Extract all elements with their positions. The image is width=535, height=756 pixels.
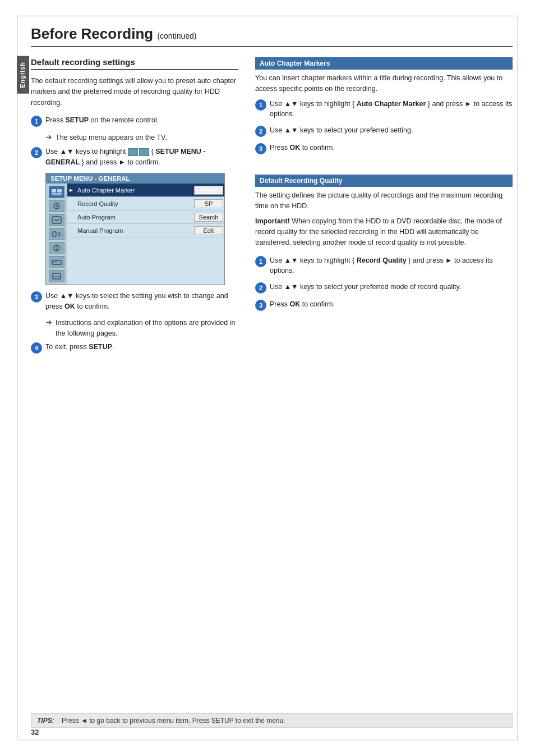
- arrow-icon-1: ➜: [45, 132, 52, 141]
- setup-menu-table: SETUP MENU - GENERAL: [45, 173, 225, 285]
- record-quality-section: Default Recording Quality The setting de…: [255, 175, 513, 311]
- rq-step-1-text: Use ▲▼ keys to highlight { Record Qualit…: [270, 255, 513, 277]
- step-2: 2 Use ▲▼ keys to highlight { SETUP MENU …: [31, 146, 238, 168]
- menu-row-auto-chapter: ► Auto Chapter Marker 5min.: [67, 184, 224, 197]
- tips-text: Press ◄ to go back to previous menu item…: [62, 717, 285, 725]
- step-1-text: Press SETUP on the remote control.: [45, 115, 238, 126]
- svg-text:$: $: [58, 231, 61, 237]
- main-content: Before Recording (continued) Default rec…: [31, 25, 513, 731]
- menu-icon-6: [49, 256, 64, 268]
- auto-step-1-text: Use ▲▼ keys to highlight { Auto Chapter …: [270, 99, 513, 120]
- tips-box: TIPS: Press ◄ to go back to previous men…: [31, 713, 513, 728]
- step-3-num: 3: [31, 291, 42, 303]
- spacer2: [255, 249, 513, 255]
- rq-step-1: 1 Use ▲▼ keys to highlight { Record Qual…: [255, 255, 513, 277]
- step-1: 1 Press SETUP on the remote control.: [31, 115, 238, 127]
- record-quality-header: Default Recording Quality: [255, 175, 513, 187]
- auto-step-2-num: 2: [255, 126, 266, 137]
- menu-row-label-3: Auto Program: [75, 213, 193, 222]
- rq-step-3-num: 3: [255, 300, 266, 311]
- menu-row-label-2: Record Quality: [75, 199, 193, 208]
- svg-rect-15: [53, 273, 61, 279]
- step-3-arrow: ➜ Instructions and explanation of the op…: [45, 318, 238, 339]
- menu-row-value-1: 5min.: [194, 186, 223, 195]
- step-1-num: 1: [31, 116, 42, 127]
- rq-step-1-num: 1: [255, 256, 266, 267]
- auto-chapter-section: Auto Chapter Markers You can insert chap…: [255, 57, 513, 154]
- tips-label: TIPS:: [37, 717, 54, 725]
- svg-text:1: 1: [55, 245, 58, 251]
- title-text: Before Recording: [31, 25, 153, 42]
- page-border-top: [17, 16, 518, 16]
- step-2-text: Use ▲▼ keys to highlight { SETUP MENU - …: [45, 146, 238, 168]
- menu-icon-2: [49, 200, 64, 212]
- menu-row-auto-program: Auto Program Search: [67, 210, 224, 224]
- title-continued: (continued): [157, 31, 196, 40]
- step-3-text: Use ▲▼ keys to select the setting you wi…: [45, 291, 238, 312]
- auto-step-2-text: Use ▲▼ keys to select your preferred set…: [270, 125, 513, 136]
- menu-row-manual-program: Manual Program Edit: [67, 224, 224, 237]
- auto-step-3-num: 3: [255, 143, 266, 154]
- auto-step-2: 2 Use ▲▼ keys to select your preferred s…: [255, 125, 513, 137]
- menu-table-header: SETUP MENU - GENERAL: [46, 173, 224, 184]
- left-column: Default recording settings The default r…: [31, 57, 238, 359]
- page-border-right: [518, 16, 518, 740]
- rq-step-3-text: Press OK to confirm.: [270, 299, 513, 310]
- auto-step-3: 3 Press OK to confirm.: [255, 143, 513, 154]
- language-tab: English: [17, 56, 29, 94]
- menu-row-value-2: SP: [194, 199, 223, 208]
- svg-rect-6: [52, 217, 61, 223]
- step-4: 4 To exit, press SETUP.: [31, 342, 238, 354]
- menu-icons-column: $ 1: [46, 184, 67, 285]
- step-2-num: 2: [31, 147, 42, 158]
- step-4-text: To exit, press SETUP.: [45, 342, 238, 352]
- step-1-arrow-text: The setup menu appears on the TV.: [56, 132, 167, 143]
- svg-rect-11: [52, 260, 61, 264]
- menu-row-label-4: Manual Program: [75, 226, 193, 235]
- menu-icon-7: [49, 270, 64, 282]
- auto-step-1: 1 Use ▲▼ keys to highlight { Auto Chapte…: [255, 99, 513, 120]
- menu-table-body: $ 1: [46, 184, 224, 285]
- step-1-arrow: ➜ The setup menu appears on the TV.: [45, 132, 238, 143]
- page-border-bottom: [17, 740, 518, 740]
- auto-chapter-header: Auto Chapter Markers: [255, 57, 513, 70]
- svg-rect-1: [57, 189, 62, 193]
- menu-icon-1: [49, 186, 64, 198]
- menu-icon-4: $: [49, 228, 64, 240]
- auto-chapter-body: You can insert chapter markers within a …: [255, 73, 513, 94]
- left-section-title: Default recording settings: [31, 57, 238, 70]
- sidebar-label: English: [19, 62, 26, 88]
- step-3: 3 Use ▲▼ keys to select the setting you …: [31, 291, 238, 312]
- right-column: Auto Chapter Markers You can insert chap…: [255, 57, 513, 359]
- rq-step-2-text: Use ▲▼ keys to select your preferred mod…: [270, 282, 513, 292]
- menu-row-record-quality: Record Quality SP: [67, 197, 224, 210]
- menu-row-arrow-1: ►: [67, 187, 75, 193]
- left-intro: The default recording settings will allo…: [31, 76, 238, 108]
- svg-point-5: [56, 205, 58, 207]
- record-quality-body: The setting defines the picture quality …: [255, 190, 513, 212]
- menu-icon-3: [49, 214, 64, 226]
- menu-row-value-4: Edit: [194, 226, 223, 235]
- menu-icon-5: 1: [49, 242, 64, 254]
- auto-step-3-text: Press OK to confirm.: [270, 143, 513, 153]
- arrow-icon-3: ➜: [45, 318, 52, 327]
- content-columns: Default recording settings The default r…: [31, 57, 513, 359]
- page-title: Before Recording (continued): [31, 25, 513, 47]
- auto-step-1-num: 1: [255, 99, 266, 111]
- menu-row-value-3: Search: [194, 213, 223, 222]
- step-3-arrow-text: Instructions and explanation of the opti…: [56, 318, 238, 339]
- rq-step-3: 3 Press OK to confirm.: [255, 299, 513, 311]
- page-border-left: [17, 16, 17, 740]
- menu-rows-column: ► Auto Chapter Marker 5min. Record Quali…: [67, 184, 224, 285]
- svg-rect-0: [52, 189, 56, 193]
- important-text: Important! When copying from the HDD to …: [255, 216, 513, 249]
- rq-step-2: 2 Use ▲▼ keys to select your preferred m…: [255, 282, 513, 294]
- rq-step-2-num: 2: [255, 282, 266, 294]
- svg-rect-7: [53, 232, 56, 236]
- spacer: [255, 163, 513, 175]
- step-4-num: 4: [31, 342, 42, 354]
- page-number: 32: [31, 728, 39, 736]
- menu-row-label-1: Auto Chapter Marker: [75, 186, 193, 195]
